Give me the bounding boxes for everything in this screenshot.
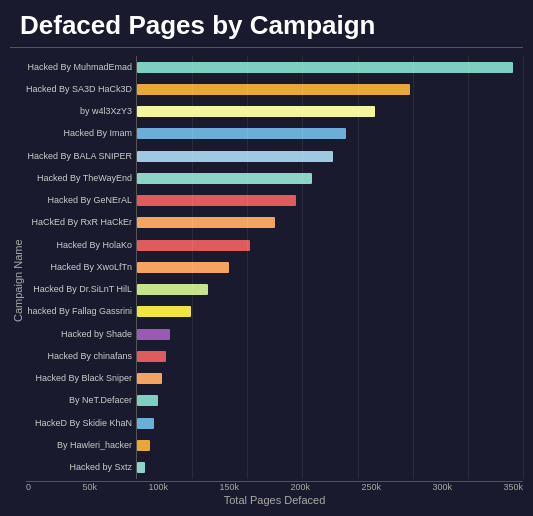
- bar: [137, 373, 162, 384]
- bar-row: [137, 372, 523, 386]
- x-axis-label: Total Pages Defaced: [26, 494, 523, 506]
- x-tick: 0: [26, 482, 31, 492]
- bar-label: HaCkEd By RxR HaCkEr: [26, 218, 132, 227]
- bar-row: [137, 149, 523, 163]
- bar-label: Hacked By Imam: [26, 129, 132, 138]
- bar: [137, 195, 296, 206]
- chart-inner: Hacked By MuhmadEmadHacked By SA3D HaCk3…: [26, 56, 523, 506]
- x-tick: 150k: [219, 482, 239, 492]
- bar-label: Hacked By SA3D HaCk3D: [26, 85, 132, 94]
- bar: [137, 106, 375, 117]
- bar: [137, 462, 145, 473]
- bar-label: Hacked By HolaKo: [26, 241, 132, 250]
- bar: [137, 329, 170, 340]
- bar-label: by w4l3XzY3: [26, 107, 132, 116]
- bar-label: Hacked By XwoLfTn: [26, 263, 132, 272]
- bar: [137, 262, 229, 273]
- bar-row: [137, 327, 523, 341]
- x-tick: 50k: [82, 482, 97, 492]
- bar-label: Hacked By Dr.SiLnT HilL: [26, 285, 132, 294]
- bar-row: [137, 82, 523, 96]
- bar-row: [137, 194, 523, 208]
- bar-row: [137, 216, 523, 230]
- x-axis: 050k100k150k200k250k300k350k: [26, 481, 523, 492]
- bar-row: [137, 438, 523, 452]
- bar-row: [137, 283, 523, 297]
- bar-label: HackeD By Skidie KhaN: [26, 419, 132, 428]
- chart-divider: [10, 47, 523, 48]
- bar-label: Hacked By chinafans: [26, 352, 132, 361]
- bar-label: Hacked By TheWayEnd: [26, 174, 132, 183]
- labels-column: Hacked By MuhmadEmadHacked By SA3D HaCk3…: [26, 56, 136, 479]
- bar: [137, 440, 150, 451]
- bar-row: [137, 260, 523, 274]
- bar-label: By NeT.Defacer: [26, 396, 132, 405]
- bar: [137, 418, 154, 429]
- x-tick: 250k: [361, 482, 381, 492]
- bar: [137, 173, 312, 184]
- bar: [137, 284, 208, 295]
- bar-row: [137, 60, 523, 74]
- bar: [137, 217, 275, 228]
- bars-column: [136, 56, 523, 479]
- bar-label: Hacked By MuhmadEmad: [26, 63, 132, 72]
- bar-row: [137, 349, 523, 363]
- bar-row: [137, 461, 523, 475]
- x-tick: 300k: [432, 482, 452, 492]
- x-tick: 350k: [503, 482, 523, 492]
- bar: [137, 351, 166, 362]
- bar-label: By Hawleri_hacker: [26, 441, 132, 450]
- y-axis-label: Campaign Name: [10, 56, 26, 506]
- bar-label: Hacked By Black Sniper: [26, 374, 132, 383]
- bar-label: Hacked by Sxtz: [26, 463, 132, 472]
- bar-row: [137, 105, 523, 119]
- bar-row: [137, 394, 523, 408]
- bar-row: [137, 416, 523, 430]
- chart-container: Defaced Pages by Campaign Campaign Name …: [0, 0, 533, 516]
- bar: [137, 395, 158, 406]
- bar-label: Hacked By GeNErAL: [26, 196, 132, 205]
- bars-and-labels: Hacked By MuhmadEmadHacked By SA3D HaCk3…: [26, 56, 523, 479]
- bar-row: [137, 305, 523, 319]
- bar-label: Hacked by Shade: [26, 330, 132, 339]
- bar-row: [137, 171, 523, 185]
- bar-label: Hacked By BALA SNIPER: [26, 152, 132, 161]
- bar: [137, 84, 410, 95]
- bar-label: hacked By Fallag Gassrini: [26, 307, 132, 316]
- grid-line: [523, 56, 524, 479]
- x-tick: 100k: [148, 482, 168, 492]
- bar: [137, 240, 250, 251]
- bar: [137, 306, 191, 317]
- bar-row: [137, 238, 523, 252]
- bar: [137, 62, 513, 73]
- bar-row: [137, 127, 523, 141]
- bar: [137, 151, 333, 162]
- x-tick: 200k: [290, 482, 310, 492]
- chart-title: Defaced Pages by Campaign: [10, 10, 523, 41]
- chart-area: Campaign Name Hacked By MuhmadEmadHacked…: [10, 56, 523, 506]
- bar: [137, 128, 346, 139]
